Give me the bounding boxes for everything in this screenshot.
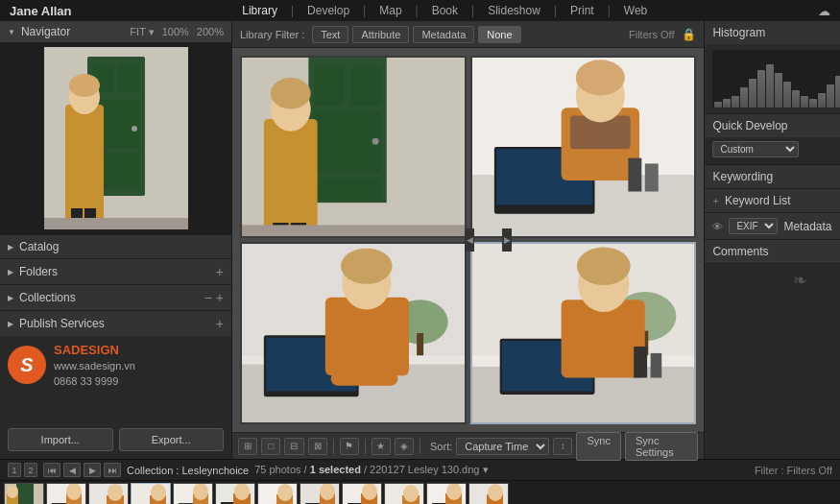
center-toolbar: ⊞ □ ⊟ ⊠ ⚑ ★ ◈ Sort: Capture Time ↕ Sync … <box>232 432 704 459</box>
filmstrip-thumb-1[interactable] <box>4 483 44 504</box>
metadata-eye-icon[interactable]: 👁 <box>712 221 723 232</box>
right-panel-collapse-arrow[interactable]: ▶ <box>502 228 512 252</box>
nav-slideshow[interactable]: Slideshow <box>484 4 544 17</box>
filmstrip-thumb-2[interactable] <box>46 483 86 504</box>
quick-develop-header[interactable]: Quick Develop ◀ <box>705 114 840 137</box>
zoom-200[interactable]: 200% <box>197 26 224 38</box>
navigator-triangle-icon: ▼ <box>8 28 15 36</box>
sync-button[interactable]: Sync <box>576 432 620 461</box>
keyword-list-plus-icon[interactable]: + <box>712 195 718 206</box>
prev-frame-button[interactable]: ◀ <box>63 463 81 477</box>
folders-add-icon[interactable]: + <box>216 264 224 279</box>
nav-print[interactable]: Print <box>566 4 598 17</box>
filter-tab-none[interactable]: None <box>478 26 520 43</box>
filter-tab-text[interactable]: Text <box>312 26 348 43</box>
h-bar <box>732 96 739 108</box>
decorative-ornament: ❧ <box>705 264 840 297</box>
nav-library[interactable]: Library <box>238 4 281 17</box>
toolbar-sep-1 <box>333 439 334 454</box>
film-arrows: ⏮ ◀ ▶ ⏭ <box>43 463 121 477</box>
photo-cell-4[interactable] <box>470 242 697 424</box>
svg-point-77 <box>151 484 166 501</box>
filmstrip-thumb-10[interactable] <box>384 483 424 504</box>
svg-rect-39 <box>417 333 423 355</box>
svg-rect-34 <box>628 158 641 192</box>
keyword-list-header[interactable]: + Keyword List ◀ <box>705 189 840 212</box>
flag-button[interactable]: ⚑ <box>340 438 359 455</box>
histogram-header[interactable]: Histogram ◀ <box>705 21 840 44</box>
sync-settings-button[interactable]: Sync Settings <box>625 432 699 461</box>
quick-develop-section: Quick Develop ◀ Custom <box>705 114 840 165</box>
import-export-buttons: Import... Export... <box>0 420 231 459</box>
star-button[interactable]: ★ <box>372 438 391 455</box>
filter-lock-icon[interactable]: 🔒 <box>682 28 696 41</box>
metadata-type-dropdown[interactable]: EXIF <box>729 218 778 234</box>
page-2-button[interactable]: 2 <box>24 463 37 477</box>
navigator-zoom: FIT ▾ 100% 200% <box>130 26 224 38</box>
nav-map[interactable]: Map <box>375 4 405 17</box>
keywording-header[interactable]: Keywording ◀ <box>705 165 840 188</box>
h-bar <box>723 99 731 108</box>
folders-header[interactable]: ▶ Folders + <box>0 259 231 284</box>
comments-label: Comments <box>712 245 768 258</box>
collections-section: ▶ Collections − + <box>0 284 231 310</box>
filmstrip-thumb-9[interactable] <box>342 483 382 504</box>
last-frame-button[interactable]: ⏭ <box>104 463 121 477</box>
nav-web[interactable]: Web <box>620 4 651 17</box>
svg-rect-57 <box>634 347 647 378</box>
loupe-view-button[interactable]: □ <box>261 438 280 455</box>
filter-tab-attribute[interactable]: Attribute <box>352 26 409 43</box>
sort-label: Sort: <box>430 441 452 452</box>
compare-view-button[interactable]: ⊟ <box>284 438 303 455</box>
publish-add-icon[interactable]: + <box>216 316 224 331</box>
nav-develop[interactable]: Develop <box>303 4 353 17</box>
preset-dropdown[interactable]: Custom <box>712 141 799 157</box>
grid-view-button[interactable]: ⊞ <box>238 438 257 455</box>
metadata-section: 👁 EXIF Metadata ◀ <box>705 213 840 240</box>
zoom-100[interactable]: 100% <box>162 26 189 38</box>
navigator-header[interactable]: ▼ Navigator FIT ▾ 100% 200% <box>0 21 231 42</box>
filter-tab-metadata[interactable]: Metadata <box>413 26 474 43</box>
comments-header[interactable]: Comments ◀ <box>705 240 840 263</box>
navigator-photo <box>44 47 188 229</box>
filmstrip-thumb-6[interactable] <box>215 483 255 504</box>
nav-book[interactable]: Book <box>428 4 462 17</box>
survey-view-button[interactable]: ⊠ <box>308 438 327 455</box>
left-panel-collapse-arrow[interactable]: ◀ <box>465 228 474 252</box>
collections-header[interactable]: ▶ Collections − + <box>0 285 231 310</box>
photo-cell-2[interactable] <box>470 56 697 238</box>
collections-add-icon[interactable]: + <box>216 290 224 305</box>
next-frame-button[interactable]: ▶ <box>84 463 101 477</box>
brand-name: SADESIGN <box>54 342 135 359</box>
publish-services-header[interactable]: ▶ Publish Services + <box>0 311 231 336</box>
h-bar <box>749 79 756 108</box>
filmstrip <box>0 480 840 504</box>
filmstrip-thumb-8[interactable] <box>300 483 340 504</box>
photo-cell-1[interactable] <box>240 56 467 238</box>
page-1-button[interactable]: 1 <box>8 463 21 477</box>
filmstrip-thumb-5[interactable] <box>173 483 213 504</box>
brand-website: www.sadesign.vn <box>54 359 135 373</box>
color-button[interactable]: ◈ <box>395 438 414 455</box>
photo-cell-3[interactable] <box>240 242 467 424</box>
cloud-icon[interactable]: ☁ <box>818 4 830 18</box>
catalog-label: Catalog <box>19 240 59 253</box>
filmstrip-thumb-12[interactable] <box>468 483 509 504</box>
metadata-header[interactable]: 👁 EXIF Metadata ◀ <box>705 213 840 239</box>
filters-off-label[interactable]: Filters Off <box>629 29 674 40</box>
filmstrip-thumb-7[interactable] <box>257 483 298 504</box>
keywording-section: Keywording ◀ <box>705 165 840 189</box>
zoom-fit[interactable]: FIT ▾ <box>130 26 154 38</box>
collections-minus-icon[interactable]: − <box>204 290 212 305</box>
filmstrip-thumb-11[interactable] <box>426 483 467 504</box>
sort-direction-button[interactable]: ↕ <box>553 438 572 455</box>
first-frame-button[interactable]: ⏮ <box>43 463 60 477</box>
import-button[interactable]: Import... <box>8 428 113 451</box>
export-button[interactable]: Export... <box>119 428 225 451</box>
sadesign-logo: S <box>8 346 46 384</box>
filmstrip-thumb-4[interactable] <box>131 483 171 504</box>
sort-dropdown[interactable]: Capture Time <box>456 438 549 455</box>
filmstrip-thumb-3[interactable] <box>88 483 129 504</box>
keyword-list-section: + Keyword List ◀ <box>705 189 840 213</box>
catalog-header[interactable]: ▶ Catalog <box>0 235 231 258</box>
